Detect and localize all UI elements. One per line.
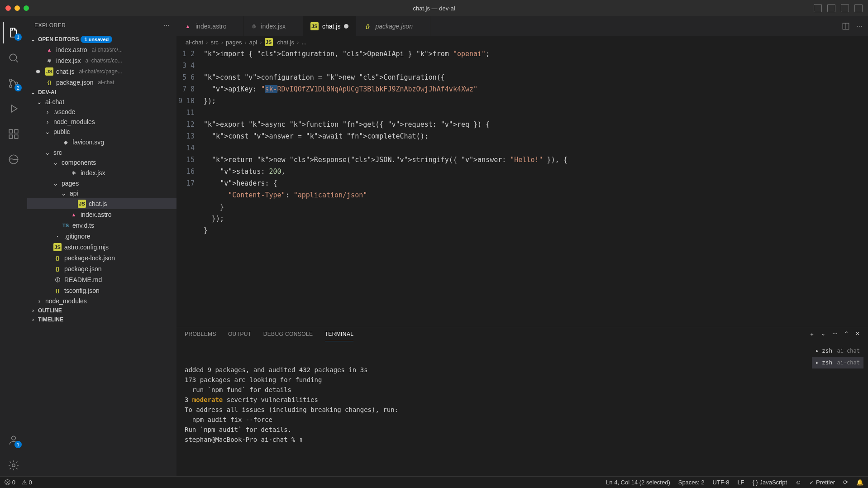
terminal-line: 3 moderate severity vulnerabilities [185, 395, 860, 405]
status-cursor[interactable]: Ln 4, Col 14 (2 selected) [606, 479, 670, 486]
status-warnings[interactable]: ⚠ 0 [22, 479, 32, 486]
terminal-line: run `npm fund` for details [185, 385, 860, 395]
status-eol[interactable]: LF [737, 479, 744, 486]
status-prettier[interactable]: ✓ Prettier [809, 479, 835, 486]
file-item[interactable]: {}package-lock.json [27, 253, 176, 263]
modified-dot-icon [344, 24, 348, 29]
breadcrumb-item[interactable]: ai-chat [186, 39, 203, 46]
open-editor-item[interactable]: JSchat.jsai-chat/src/page... [27, 66, 176, 77]
activity-account[interactable]: 1 [3, 429, 24, 451]
layout-sidebar-icon[interactable] [814, 4, 822, 12]
item-label: .vscode [53, 108, 75, 115]
breadcrumb-item[interactable]: chat.js [277, 39, 295, 46]
tab-more-icon[interactable]: ⋯ [856, 23, 863, 30]
layout-panel-icon[interactable] [827, 4, 835, 12]
open-editors-section[interactable]: ⌄ OPEN EDITORS 1 unsaved [27, 34, 176, 44]
activity-search[interactable] [3, 47, 24, 69]
svg-point-0 [10, 54, 16, 61]
folder-item[interactable]: ›node_modules [27, 296, 176, 306]
status-bell-icon[interactable]: 🔔 [856, 479, 863, 486]
file-item[interactable]: {}tsconfig.json [27, 285, 176, 296]
folder-item[interactable]: ⌄components [27, 158, 176, 167]
terminal-line: Run `npm audit` for details. [185, 425, 860, 435]
breadcrumb-item[interactable]: ... [301, 39, 306, 46]
terminal-dropdown-icon[interactable]: ⌄ [821, 330, 825, 338]
split-editor-icon[interactable] [842, 22, 850, 30]
terminal-session[interactable]: ▸ zsh ai-chat [812, 345, 863, 357]
terminal[interactable]: added 9 packages, and audited 432 packag… [176, 341, 868, 478]
maximize-window[interactable] [24, 5, 29, 11]
folder-item[interactable]: ›node_modules [27, 117, 176, 127]
scm-badge: 2 [14, 84, 22, 91]
file-icon: ▲ [70, 211, 78, 219]
explorer-title: EXPLORER [34, 22, 66, 29]
activity-settings[interactable] [3, 455, 24, 476]
editor-tab[interactable]: JSchat.js [303, 16, 356, 36]
item-label: env.d.ts [72, 222, 94, 229]
explorer-more-icon[interactable]: ⋯ [164, 22, 170, 29]
item-label: README.md [64, 276, 102, 283]
activity-extensions[interactable] [3, 123, 24, 145]
status-feedback-icon[interactable]: ☺ [795, 479, 801, 486]
bottom-panel: PROBLEMSOUTPUTDEBUG CONSOLETERMINAL ＋ ⌄ … [176, 327, 868, 476]
file-item[interactable]: ◈favicon.svg [27, 137, 176, 148]
panel-tab[interactable]: DEBUG CONSOLE [263, 327, 313, 341]
layout-secondary-icon[interactable] [841, 4, 849, 12]
activity-edge[interactable] [3, 148, 24, 170]
file-item[interactable]: ⓘREADME.md [27, 274, 176, 285]
project-section[interactable]: ⌄ DEV-AI [27, 88, 176, 97]
editor-tab[interactable]: ▲index.astro✕ [176, 16, 244, 36]
folder-item[interactable]: ⌄src [27, 148, 176, 158]
code-editor[interactable]: 1 2 3 4 5 6 7 8 9 10 11 12 13 14 15 16 1… [176, 48, 868, 327]
file-item[interactable]: JSastro.config.mjs [27, 242, 176, 253]
file-item[interactable]: TSenv.d.ts [27, 220, 176, 231]
activity-run-debug[interactable] [3, 98, 24, 120]
close-panel-icon[interactable]: ✕ [855, 330, 860, 338]
item-label: .gitignore [64, 233, 91, 240]
maximize-panel-icon[interactable]: ⌃ [844, 330, 849, 338]
panel-tab[interactable]: PROBLEMS [185, 327, 216, 341]
breadcrumb-item[interactable]: pages [226, 39, 242, 46]
folder-item[interactable]: ⌄ai-chat [27, 97, 176, 107]
folder-item[interactable]: ›.vscode [27, 107, 176, 117]
file-item[interactable]: ⚛index.jsx [27, 167, 176, 178]
folder-item[interactable]: ⌄public [27, 127, 176, 137]
timeline-section[interactable]: › TIMELINE [27, 315, 176, 324]
panel-tab[interactable]: OUTPUT [228, 327, 252, 341]
minimize-window[interactable] [14, 5, 20, 11]
file-item[interactable]: ·.gitignore [27, 231, 176, 242]
new-terminal-icon[interactable]: ＋ [809, 330, 815, 338]
breadcrumb-item[interactable]: api [249, 39, 257, 46]
file-item[interactable]: {}package.json [27, 263, 176, 274]
outline-section[interactable]: › OUTLINE [27, 306, 176, 315]
folder-item[interactable]: ⌄pages [27, 178, 176, 188]
panel-more-icon[interactable]: ⋯ [832, 330, 838, 338]
layout-customize-icon[interactable] [854, 4, 863, 12]
terminal-session[interactable]: ▸ zsh ai-chat [812, 357, 863, 368]
status-spaces[interactable]: Spaces: 2 [678, 479, 705, 486]
file-icon: JS [265, 38, 273, 46]
open-editor-item[interactable]: ▲index.astroai-chat/src/... [27, 44, 176, 55]
open-editor-item[interactable]: {}package.jsonai-chat [27, 77, 176, 88]
panel-tab[interactable]: TERMINAL [325, 327, 354, 341]
terminal-line: 173 packages are looking for funding [185, 375, 860, 385]
editor-tab[interactable]: ⚛index.jsx✕ [244, 16, 303, 36]
status-spellcheck-icon[interactable]: ⟳ [843, 479, 848, 486]
close-window[interactable] [5, 5, 11, 11]
status-lang[interactable]: { } JavaScript [753, 479, 787, 486]
file-item[interactable]: JSchat.js [27, 198, 176, 209]
editor-tab[interactable]: {}package.json✕ [356, 16, 430, 36]
item-label: pages [62, 180, 79, 187]
breadcrumb[interactable]: ai-chat›src›pages›api›JSchat.js›... [176, 36, 868, 48]
breadcrumb-item[interactable]: src [210, 39, 218, 46]
file-item[interactable]: ▲index.astro [27, 209, 176, 220]
status-encoding[interactable]: UTF-8 [713, 479, 730, 486]
file-path: ai-chat [98, 79, 114, 86]
item-label: package.json [64, 265, 102, 273]
folder-item[interactable]: ⌄api [27, 188, 176, 198]
activity-source-control[interactable]: 2 [3, 72, 24, 94]
status-errors[interactable]: ⓧ 0 [5, 478, 15, 487]
breadcrumb-separator: › [221, 39, 223, 46]
open-editor-item[interactable]: ⚛index.jsxai-chat/src/co... [27, 55, 176, 66]
activity-explorer[interactable]: 1 [3, 22, 24, 43]
